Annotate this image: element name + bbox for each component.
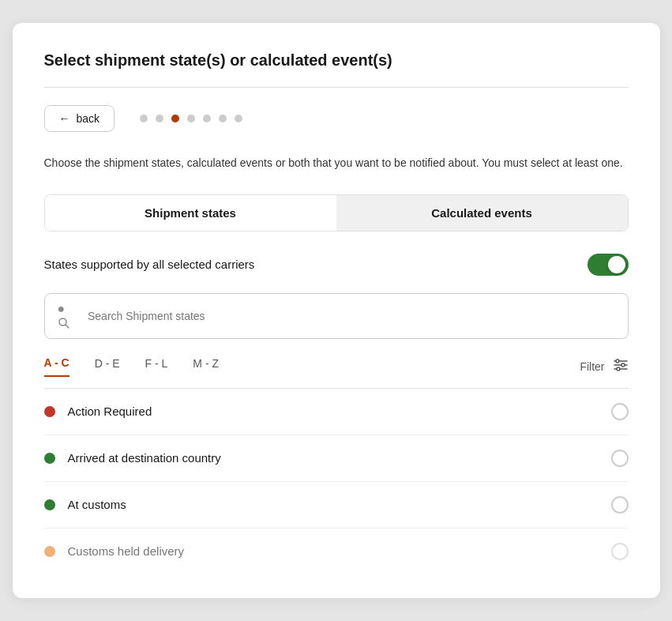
step-dot-6 xyxy=(219,115,227,122)
back-label: back xyxy=(77,112,100,125)
description-text: Choose the shipment states, calculated e… xyxy=(44,154,629,171)
list-item: At customs xyxy=(44,482,629,529)
svg-line-1 xyxy=(66,325,69,328)
toggle-row: States supported by all selected carrier… xyxy=(44,254,629,276)
svg-point-6 xyxy=(621,363,625,367)
item-label: Arrived at destination country xyxy=(68,451,221,465)
title-divider xyxy=(44,87,629,88)
back-arrow-icon: ← xyxy=(59,112,70,125)
radio-at-customs[interactable] xyxy=(611,496,629,514)
filter-label[interactable]: Filter xyxy=(580,360,604,373)
status-dot-orange xyxy=(44,546,55,557)
main-card: Select shipment state(s) or calculated e… xyxy=(13,23,660,597)
search-icon: ● xyxy=(58,302,80,330)
step-dot-3 xyxy=(171,115,179,122)
status-dot-red xyxy=(44,406,55,417)
search-box: ● xyxy=(44,293,629,339)
list-item-partial: Customs held delivery xyxy=(44,529,629,574)
status-dot-green-customs xyxy=(44,499,55,510)
list-item-left: Customs held delivery xyxy=(44,544,185,558)
step-dot-7 xyxy=(235,115,242,122)
tab-shipment-states[interactable]: Shipment states xyxy=(45,195,336,231)
toggle-label: States supported by all selected carrier… xyxy=(44,258,255,271)
carriers-toggle[interactable] xyxy=(588,254,629,276)
alpha-filter-bar: A - C D - E F - L M - Z Filter xyxy=(44,356,629,385)
radio-action-required[interactable] xyxy=(611,403,629,420)
tab-calculated-events[interactable]: Calculated events xyxy=(336,195,628,231)
step-dot-2 xyxy=(156,115,163,122)
alpha-filter-ac[interactable]: A - C xyxy=(44,356,69,377)
alpha-filter-de[interactable]: D - E xyxy=(95,357,120,376)
list-item: Action Required xyxy=(44,389,629,435)
item-label: At customs xyxy=(68,498,126,511)
list-item-left: At customs xyxy=(44,498,126,511)
toggle-knob xyxy=(608,256,625,273)
filter-sliders-icon[interactable] xyxy=(613,357,629,376)
svg-point-5 xyxy=(616,359,619,363)
step-dot-1 xyxy=(140,115,148,122)
filter-right: Filter xyxy=(580,357,628,376)
list-item-left: Action Required xyxy=(44,405,152,418)
back-button[interactable]: ← back xyxy=(44,105,115,132)
radio-customs-held[interactable] xyxy=(611,543,629,560)
search-input[interactable] xyxy=(88,310,615,322)
list-item: Arrived at destination country xyxy=(44,435,629,482)
tab-bar: Shipment states Calculated events xyxy=(44,194,629,231)
step-dot-5 xyxy=(203,115,211,122)
list-item-left: Arrived at destination country xyxy=(44,451,221,465)
alpha-filter-fl[interactable]: F - L xyxy=(145,357,168,376)
partial-label: Customs held delivery xyxy=(68,544,185,558)
alpha-filter-mz[interactable]: M - Z xyxy=(193,357,219,376)
status-dot-green xyxy=(44,453,55,464)
item-label: Action Required xyxy=(68,405,152,418)
step-dot-4 xyxy=(187,115,195,122)
radio-arrived-destination[interactable] xyxy=(611,450,629,467)
step-dots xyxy=(140,115,242,122)
svg-point-7 xyxy=(617,367,620,371)
page-title: Select shipment state(s) or calculated e… xyxy=(44,51,629,70)
top-row: ← back xyxy=(44,105,629,132)
